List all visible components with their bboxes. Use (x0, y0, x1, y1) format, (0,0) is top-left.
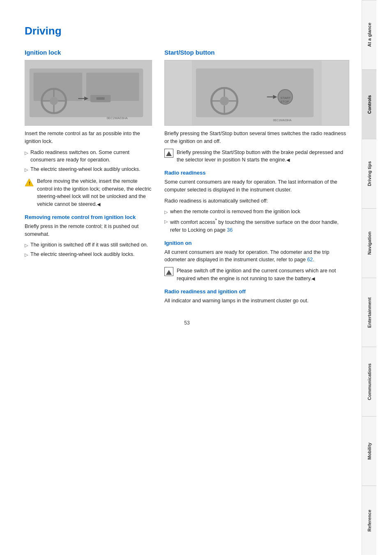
radio-readiness-sub-body: Radio readiness is automatically switche… (164, 197, 349, 205)
sidebar-tab-driving-tips[interactable]: Driving tips (362, 139, 376, 208)
bullet-arrow-icon: ▷ (25, 242, 28, 249)
ignition-on-body: All current consumers are ready for oper… (164, 249, 349, 264)
bullet-arrow-icon: ▷ (25, 166, 28, 173)
start-stop-image: START STOP 0EC1MA03HA (164, 60, 349, 126)
back-triangle-icon: ◀ (311, 276, 315, 281)
bullet-item: ▷ The ignition is switched off if it was… (25, 241, 152, 249)
bullet-text: Radio readiness switches on. Some curren… (30, 149, 152, 164)
svg-point-5 (50, 97, 58, 105)
bullet-text: The electric steering-wheel lock audibly… (30, 251, 135, 258)
note-triangle-icon (164, 149, 173, 158)
svg-text:STOP: STOP (280, 100, 289, 104)
page-62-link[interactable]: 62 (307, 257, 313, 263)
radio-off-title: Radio readiness and ignition off (164, 288, 349, 295)
ignition-lock-bullets: ▷ Radio readiness switches on. Some curr… (25, 149, 152, 173)
radio-readiness-bullets: ▷ when the remote control is removed fro… (164, 208, 349, 234)
sidebar-tab-navigation[interactable]: Navigation (362, 208, 376, 278)
removing-remote-body: Briefly press in the remote control; it … (25, 223, 152, 238)
ignition-note-text: Please switch off the ignition and the c… (177, 267, 349, 283)
bullet-item: ▷ Radio readiness switches on. Some curr… (25, 149, 152, 164)
bullet-arrow-icon: ▷ (25, 251, 28, 258)
svg-rect-11 (97, 97, 105, 100)
sidebar-tab-mobility[interactable]: Mobility (362, 416, 376, 486)
ignition-lock-body: Insert the remote control as far as poss… (25, 130, 152, 145)
page-title: Driving (25, 25, 349, 37)
removing-remote-title: Removing remote control from ignition lo… (25, 214, 152, 220)
bullet-arrow-icon: ▷ (164, 209, 168, 216)
back-triangle-icon: ◀ (97, 202, 100, 207)
sidebar: At a glance Controls Driving tips Naviga… (362, 0, 376, 555)
svg-text:0EC2MA03HA: 0EC2MA03HA (106, 116, 128, 120)
radio-readiness-body: Some current consumers are ready for ope… (164, 178, 349, 194)
bullet-item: ▷ The electric steering-wheel lock audib… (25, 166, 152, 173)
back-triangle-icon: ◀ (286, 157, 290, 162)
start-stop-body: Briefly pressing the Start/Stop button s… (164, 130, 349, 145)
sidebar-tab-communications[interactable]: Communications (362, 347, 376, 416)
sidebar-tab-controls[interactable]: Controls (362, 69, 376, 139)
warning-icon: ! (25, 178, 34, 187)
start-stop-title: Start/Stop button (164, 49, 349, 56)
radio-off-body: All indicator and warning lamps in the i… (164, 297, 349, 305)
page-number: 53 (25, 320, 349, 326)
ignition-lock-image: 0EC2MA03HA (25, 60, 152, 126)
ignition-on-title: Ignition on (164, 240, 349, 246)
bullet-text: The electric steering-wheel lock audibly… (30, 166, 141, 173)
note-text: Briefly pressing the Start/Stop button w… (177, 149, 349, 164)
note-triangle-icon-2 (164, 267, 173, 276)
svg-text:!: ! (29, 181, 30, 186)
svg-point-20 (220, 97, 229, 106)
note-box-ignition: Please switch off the ignition and the c… (164, 267, 349, 283)
svg-text:START: START (280, 96, 291, 100)
bullet-arrow-icon: ▷ (25, 150, 28, 157)
bullet-arrow-icon: ▷ (164, 218, 168, 225)
locking-page-link[interactable]: 36 (227, 227, 233, 233)
radio-readiness-title: Radio readiness (164, 170, 349, 176)
bullet-text: with comfort access* by touching the sen… (170, 217, 349, 234)
bullet-text: The ignition is switched off if it was s… (30, 241, 148, 249)
sidebar-tab-at-a-glance[interactable]: At a glance (362, 0, 376, 69)
bullet-item: ▷ when the remote control is removed fro… (164, 208, 349, 216)
warning-text: Before moving the vehicle, insert the re… (37, 177, 152, 208)
note-box-start: Briefly pressing the Start/Stop button w… (164, 149, 349, 164)
ignition-lock-title: Ignition lock (25, 49, 152, 56)
bullet-item: ▷ The electric steering-wheel lock audib… (25, 251, 152, 258)
svg-rect-2 (34, 73, 83, 101)
sidebar-tab-reference[interactable]: Reference (362, 486, 376, 555)
bullet-text: when the remote control is removed from … (170, 208, 300, 216)
bullet-item: ▷ with comfort access* by touching the s… (164, 217, 349, 234)
removing-remote-bullets: ▷ The ignition is switched off if it was… (25, 241, 152, 258)
sidebar-tab-entertainment[interactable]: Entertainment (362, 278, 376, 347)
warning-box: ! Before moving the vehicle, insert the … (25, 177, 152, 208)
svg-text:0EC1MA03HA: 0EC1MA03HA (273, 119, 292, 122)
